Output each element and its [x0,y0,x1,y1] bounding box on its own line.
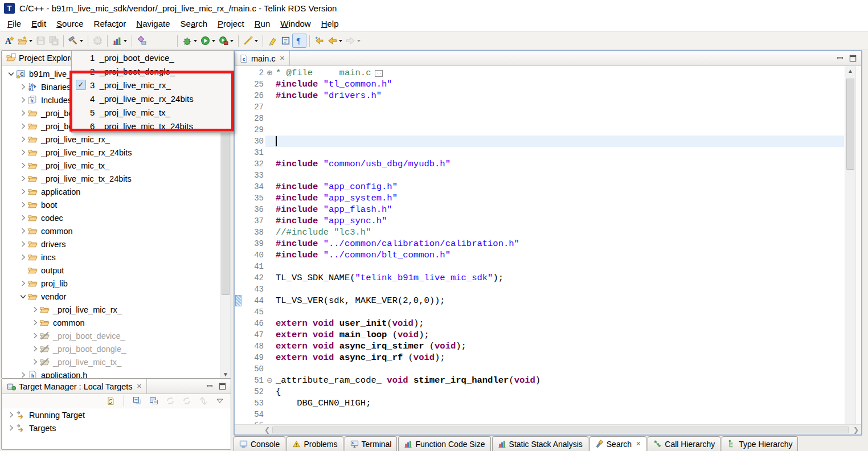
maximize-button[interactable] [218,382,227,391]
tree-item-application-h[interactable]: happlication.h [2,368,231,379]
chevron-right-icon[interactable] [30,318,40,327]
code-line-39[interactable]: 39#include "../common/calibration/calibr… [235,238,844,249]
code-line-45[interactable]: 45 [235,306,844,318]
chevron-right-icon[interactable] [6,411,16,419]
tab-main-c[interactable]: c main.c ✕ [235,51,290,65]
tree-item-proj-lib[interactable]: proj_lib [2,277,231,290]
chevron-right-icon[interactable] [18,122,28,130]
tree-item-common[interactable]: common [2,224,231,237]
chevron-down-icon[interactable] [124,40,127,42]
editor-scrollbar-thumb[interactable] [846,79,854,170]
code-line-29[interactable]: 29 [235,124,844,136]
chevron-right-icon[interactable] [18,371,28,379]
target-item-running-target[interactable]: Running Target [2,408,231,421]
code-line-28[interactable]: 28 [235,113,844,124]
tab-search[interactable]: Search✕ [589,436,647,451]
open-config-button[interactable] [148,394,160,408]
code-line-55[interactable]: 55 [235,420,844,424]
run-button[interactable] [199,34,217,48]
code-line-38[interactable]: 38//#include "lc3.h" [235,227,844,238]
chevron-right-icon[interactable] [30,331,40,340]
forward-button[interactable] [344,34,362,48]
overview-ruler[interactable] [855,66,861,424]
back-button[interactable] [326,34,344,48]
tab-call-hierarchy[interactable]: Call Hierarchy [648,436,720,451]
code-line-46[interactable]: 46extern void user_init(void); [235,318,844,329]
tab-type-hierarchy[interactable]: Type Hierarchy [722,436,798,451]
menu-item-proj-live-mic-tx[interactable]: 5 _proj_live_mic_tx_ [72,105,234,119]
menu-item-proj-boot-dongle[interactable]: 2 _proj_boot_dongle_ [72,64,234,78]
refresh-targets-button[interactable] [104,394,117,408]
chevron-right-icon[interactable] [18,227,28,235]
tree-item-proj-boot-dongle[interactable]: _proj_boot_dongle_ [2,342,231,355]
folded-region-box[interactable]: ·· [375,70,383,77]
tree-item-proj-boot-device[interactable]: _proj_boot_device_ [2,329,231,342]
chevron-down-icon[interactable] [339,40,342,42]
collapse-all-button[interactable] [131,394,144,408]
code-line-49[interactable]: 49extern void async_irq_rf (void); [235,352,844,363]
menu-edit[interactable]: Edit [26,17,51,30]
menu-item-proj-live-mic-tx-24bits[interactable]: 6 _proj_live_mic_tx_24bits [72,119,234,133]
tab-problems[interactable]: Problems [286,436,343,451]
flash-tool-2-button[interactable] [148,34,161,48]
new-c-file-button[interactable]: A [3,34,16,48]
tree-item-proj-live-mic-rx[interactable]: _proj_live_mic_rx_ [2,133,231,146]
chevron-right-icon[interactable] [30,358,40,366]
menu-item-proj-live-mic-rx-24bits[interactable]: 4 _proj_live_mic_rx_24bits [72,92,234,105]
chevron-right-icon[interactable] [18,240,28,248]
mark-occurrences-button[interactable] [266,34,279,48]
tree-item-vendor[interactable]: vendor [2,290,231,303]
last-edit-location-button[interactable] [279,34,292,48]
minimize-button[interactable] [206,382,214,391]
tab-function-code-size[interactable]: Function Code Size [398,436,490,451]
chevron-down-icon[interactable] [255,40,258,42]
fold-toggle-icon[interactable]: ⊖ [265,375,274,386]
minimize-button[interactable] [836,54,845,63]
flash-tool-1-button[interactable] [135,34,148,48]
menu-item-proj-live-mic-rx[interactable]: ✓3 _proj_live_mic_rx_ [72,78,234,92]
chevron-down-icon[interactable] [230,40,234,42]
editor-vscrollbar[interactable]: ▲ [845,66,855,424]
tab-terminal[interactable]: Terminal [345,436,398,451]
chevron-down-icon[interactable] [29,40,32,42]
device-button[interactable] [91,34,104,48]
chevron-down-icon[interactable] [6,69,16,78]
code-line-47[interactable]: 47extern void main_loop (void); [235,329,844,341]
chevron-right-icon[interactable] [18,109,28,117]
chevron-down-icon[interactable] [194,40,197,42]
menu-navigate[interactable]: Navigate [131,17,175,30]
tree-item-proj-live-mic-rx[interactable]: _proj_live_mic_rx_ [2,303,231,316]
chevron-right-icon[interactable] [18,96,28,104]
code-line-33[interactable]: 33 [235,170,844,181]
maximize-button[interactable] [849,54,857,63]
tree-item-codec[interactable]: codec [2,211,231,224]
code-line-44[interactable]: 44TL_VS_VER(sdk, MAKE_VER(2,0,0)); [235,295,844,306]
view-menu-button[interactable] [214,394,226,408]
chevron-down-icon[interactable] [18,292,28,301]
code-line-43[interactable]: 43 [235,284,844,295]
chevron-right-icon[interactable] [18,187,28,196]
close-icon[interactable]: ✕ [636,440,641,448]
tree-item-output[interactable]: output [2,264,231,277]
chevron-right-icon[interactable] [18,148,28,157]
code-line-50[interactable]: 50 [235,363,844,375]
chevron-right-icon[interactable] [30,345,40,353]
chevron-right-icon[interactable] [18,135,28,144]
code-line-51[interactable]: 51⊖_attribute_ram_code_ void stimer_irq_… [235,375,844,386]
menu-run[interactable]: Run [249,17,276,30]
tree-item-incs[interactable]: incs [2,251,231,264]
back-to-last-edit-button[interactable] [313,34,326,48]
code-line-41[interactable]: 41 [235,261,844,272]
tab-static-stack-analysis[interactable]: Static Stack Analysis [492,436,588,451]
target-item-targets[interactable]: Targets [2,421,231,434]
menu-file[interactable]: File [2,17,26,30]
chevron-down-icon[interactable] [212,40,215,42]
tree-item-application[interactable]: application [2,185,231,198]
scroll-left-arrow-icon[interactable]: ❮ [262,426,272,434]
chevron-right-icon[interactable] [30,305,40,314]
editor-hscrollbar-thumb[interactable] [272,427,849,433]
code-editor[interactable]: 2⊕* @file main.c··25#include "tl_common.… [235,66,861,424]
code-line-2[interactable]: 2⊕* @file main.c·· [235,67,844,79]
menu-source[interactable]: Source [51,17,89,30]
menu-item-proj-boot-device[interactable]: 1 _proj_boot_device_ [72,51,234,64]
